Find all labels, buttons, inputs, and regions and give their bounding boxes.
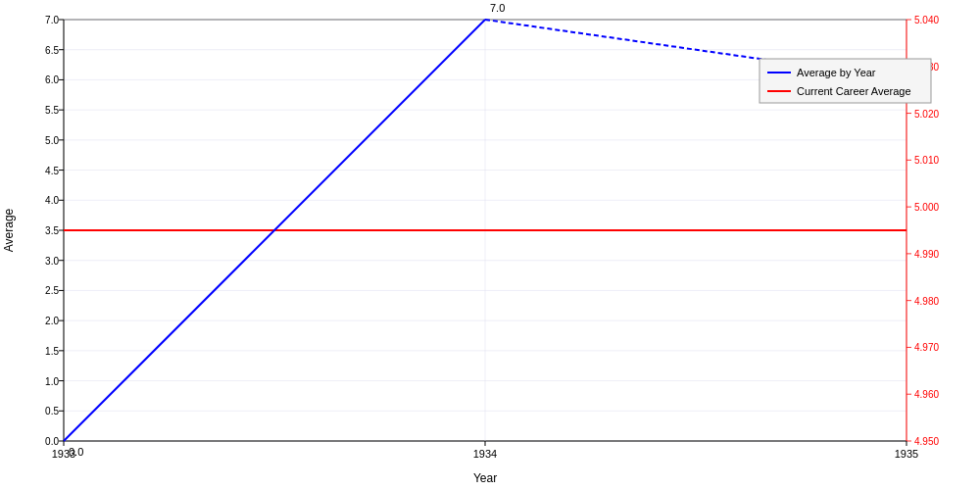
svg-text:4.950: 4.950 [914, 436, 939, 447]
svg-text:Average: Average [2, 208, 16, 252]
svg-text:4.970: 4.970 [914, 342, 939, 353]
svg-text:5.000: 5.000 [914, 202, 939, 213]
svg-text:0.5: 0.5 [45, 406, 59, 416]
svg-text:4.5: 4.5 [45, 166, 59, 176]
svg-text:2.0: 2.0 [45, 316, 59, 326]
svg-text:0.0: 0.0 [45, 436, 59, 447]
svg-text:1.5: 1.5 [45, 346, 59, 357]
svg-text:1935: 1935 [895, 448, 918, 460]
svg-text:4.960: 4.960 [914, 389, 939, 400]
svg-text:4.0: 4.0 [45, 195, 59, 206]
svg-text:1.0: 1.0 [45, 376, 59, 387]
svg-text:5.020: 5.020 [914, 109, 939, 120]
svg-text:5.0: 5.0 [45, 135, 59, 146]
chart-svg: 0.00.51.01.52.02.53.03.54.04.55.05.56.06… [0, 0, 980, 490]
svg-text:7.0: 7.0 [490, 2, 505, 14]
svg-text:4.980: 4.980 [914, 296, 939, 307]
svg-text:4.990: 4.990 [914, 249, 939, 260]
svg-text:Current Career Average: Current Career Average [797, 85, 911, 97]
svg-text:0.0: 0.0 [69, 446, 83, 458]
svg-text:5.040: 5.040 [914, 15, 939, 25]
svg-text:5.010: 5.010 [914, 155, 939, 166]
svg-text:6.5: 6.5 [45, 45, 59, 56]
svg-text:5.5: 5.5 [45, 105, 59, 116]
svg-text:Average by Year: Average by Year [797, 67, 876, 78]
svg-text:3.0: 3.0 [45, 256, 59, 267]
svg-text:6.0: 6.0 [45, 74, 59, 85]
svg-text:Year: Year [473, 471, 497, 485]
svg-text:7.0: 7.0 [45, 15, 59, 25]
svg-text:3.5: 3.5 [45, 225, 59, 236]
svg-text:2.5: 2.5 [45, 285, 59, 296]
chart-container: 0.00.51.01.52.02.53.03.54.04.55.05.56.06… [0, 0, 980, 490]
svg-text:1934: 1934 [473, 448, 497, 460]
